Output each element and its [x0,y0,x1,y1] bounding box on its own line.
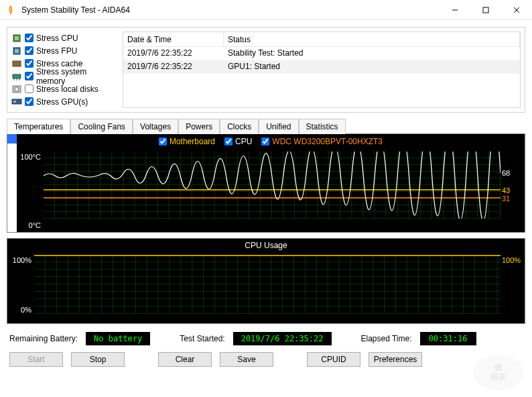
stress-gpu-checkbox[interactable] [25,97,34,106]
temperature-plot-area [44,152,501,219]
cpu-current-value: 68 [502,169,525,177]
svg-rect-20 [34,255,501,314]
save-button[interactable]: Save [220,352,273,367]
svg-rect-1 [483,7,488,13]
stress-disk-label: Stress local disks [36,84,98,94]
preferences-button[interactable]: Preferences [369,352,422,367]
app-icon [5,5,16,15]
svg-rect-5 [15,36,19,40]
cpuid-button[interactable]: CPUID [307,352,360,367]
tab-unified[interactable]: Unified [259,119,298,134]
cpu-usage-plot-area [34,255,501,314]
stress-cache-checkbox[interactable] [25,59,34,68]
hdd-current-value: 31 [502,194,525,203]
chart-tabs: Temperatures Cooling Fans Voltages Power… [7,118,525,133]
disk-icon [11,84,22,95]
battery-value: No battery [86,332,150,345]
tab-cooling-fans[interactable]: Cooling Fans [70,119,133,134]
cpu-usage-title: CPU Usage [7,239,525,252]
svg-rect-8 [13,61,21,66]
cache-icon [11,58,22,69]
y-axis-max: 100°C [17,153,41,161]
stop-button[interactable]: Stop [71,352,125,367]
battery-label: Remaining Battery: [9,334,78,343]
svg-rect-17 [44,152,501,219]
legend-cpu-checkbox[interactable] [224,137,232,146]
status-bar: Remaining Battery: No battery Test Start… [7,324,525,348]
start-button[interactable]: Start [9,352,63,367]
tab-clocks[interactable]: Clocks [220,119,259,134]
y-axis-min: 0°C [17,221,41,229]
svg-point-14 [15,87,19,91]
event-log[interactable]: Date & Time Status 2019/7/6 22:35:22 Sta… [123,32,521,108]
legend-motherboard-label: Motherboard [170,137,215,146]
stress-gpu-label: Stress GPU(s) [36,97,88,107]
cpu-icon [11,33,22,44]
action-buttons: Start Stop Clear Save CPUID Preferences [7,348,525,371]
window-title: System Stability Test - AIDA64 [21,5,440,15]
started-label: Test Started: [180,334,224,343]
gpu-icon [11,97,22,107]
title-bar: System Stability Test - AIDA64 [0,0,532,20]
started-value: 2019/7/6 22:35:22 [233,332,332,345]
legend-motherboard-checkbox[interactable] [159,137,167,146]
svg-rect-9 [13,74,21,78]
log-header-status[interactable]: Status [224,32,520,46]
log-row[interactable]: 2019/7/6 22:35:22 Stability Test: Starte… [123,47,520,60]
cpu-usage-chart: CPU Usage 100% 0% 100% [7,238,525,324]
stress-memory-checkbox[interactable] [25,72,34,80]
chart-selector-bar[interactable] [7,134,17,232]
stress-options: Stress CPU Stress FPU Stress cache Stres… [11,32,117,108]
stress-cpu-checkbox[interactable] [25,34,34,42]
tab-statistics[interactable]: Statistics [299,119,346,134]
log-row[interactable]: 2019/7/6 22:35:22 GPU1: Started [123,60,520,74]
tab-voltages[interactable]: Voltages [133,119,178,134]
stress-disk-checkbox[interactable] [25,84,34,93]
stress-fpu-label: Stress FPU [36,46,77,56]
clear-button[interactable]: Clear [158,352,212,367]
maximize-button[interactable] [470,0,501,19]
stress-memory-label: Stress system memory [36,67,117,86]
temperature-chart: Motherboard CPU WDC WD3200BPVT-00HXZT3 1… [7,133,525,233]
legend-cpu-label: CPU [235,137,252,146]
legend-hdd-checkbox[interactable] [261,137,269,146]
log-header-datetime[interactable]: Date & Time [123,32,224,46]
legend-hdd-label: WDC WD3200BPVT-00HXZT3 [272,137,383,146]
tab-powers[interactable]: Powers [178,119,220,134]
elapsed-label: Elapsed Time: [361,334,412,343]
options-panel: Stress CPU Stress FPU Stress cache Stres… [7,27,525,113]
svg-rect-16 [13,101,16,103]
mb-current-value: 43 [502,186,525,194]
stress-fpu-checkbox[interactable] [25,46,34,55]
cpu-y-min: 0% [7,306,31,314]
fpu-icon [11,46,22,56]
minimize-button[interactable] [440,0,470,19]
cpu-y-max: 100% [7,256,31,264]
elapsed-value: 00:31:16 [420,332,476,345]
cpu-usage-current: 100% [502,256,525,264]
svg-rect-7 [15,49,19,53]
close-button[interactable] [501,0,532,19]
memory-icon [11,71,22,82]
tab-temperatures[interactable]: Temperatures [7,119,70,134]
stress-cpu-label: Stress CPU [36,34,78,43]
